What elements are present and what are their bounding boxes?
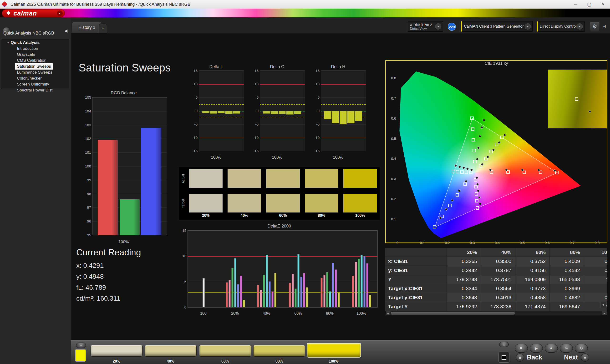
delta-bar	[225, 111, 232, 114]
collapse-sidebar-icon[interactable]: ◀	[64, 28, 67, 33]
deltae-bar	[321, 278, 323, 308]
sidebar-item-spectral-power-dist-[interactable]: Spectral Power Dist.	[15, 87, 55, 93]
back-button[interactable]: « Back	[516, 352, 542, 363]
sidebar-item-colorchecker[interactable]: ColorChecker	[15, 76, 43, 81]
sidebar-item-cms-calibration[interactable]: CMS Calibration	[15, 58, 48, 63]
reference-line	[260, 138, 305, 138]
pattern-window-button[interactable]	[498, 352, 509, 363]
pattern-generator-dropdown[interactable]: CalMAN Client 3 Pattern Generator ▼	[461, 21, 532, 32]
pattern-button-20%[interactable]	[91, 345, 143, 357]
reference-line	[321, 84, 366, 85]
y-axis-tick: -5	[188, 122, 197, 126]
display-control-dropdown[interactable]: Direct Display Control ▼	[537, 21, 584, 32]
sidebar-item-saturation-sweeps[interactable]: Saturation Sweeps	[15, 64, 52, 69]
deltae-bar	[358, 259, 360, 307]
meter-dropdown[interactable]: X-Rite i1Pro 2 Direct View ▼	[408, 21, 443, 32]
table-header-cell	[385, 248, 447, 257]
next-button[interactable]: Next »	[564, 352, 589, 363]
add-tab-button[interactable]: +	[99, 24, 107, 33]
reference-line	[260, 104, 305, 104]
scrollbar-thumb[interactable]	[391, 312, 515, 315]
play-button[interactable]: ▶	[530, 344, 543, 352]
y-axis-tick: 15	[311, 69, 320, 73]
minimize-button[interactable]: –	[569, 0, 582, 9]
target-marker	[469, 170, 472, 174]
table-cell: 0.3564	[481, 284, 515, 293]
reading-y: y: 0.4948	[76, 273, 141, 280]
current-reading: Current Reading x: 0.4291 y: 0.4948 fL: …	[76, 247, 141, 302]
sidebar-item-introduction[interactable]: Introduction	[15, 46, 39, 52]
titlebar: Calman 2025 Calman Ultimate for Business…	[0, 0, 610, 9]
y-axis-tick: 0.5	[387, 136, 396, 141]
table-cell: 171.4374	[515, 302, 550, 311]
y-axis-tick: 0	[188, 109, 197, 113]
scroll-left-button[interactable]: ◀	[386, 311, 390, 315]
y-axis-tick: 105	[82, 95, 91, 99]
link-button[interactable]: ∞	[560, 344, 573, 352]
meter-mode: Direct View	[410, 27, 432, 30]
x-axis-label: 100%	[187, 155, 246, 160]
table-cell: 0.3500	[481, 257, 515, 266]
record-button[interactable]: ●	[545, 344, 558, 352]
maximize-button[interactable]: ▢	[582, 0, 596, 9]
measurement-marker	[479, 135, 481, 137]
pattern-button-80%[interactable]	[253, 345, 305, 357]
y-axis-tick: 0.3	[387, 177, 396, 181]
measurement-marker	[458, 166, 461, 168]
delta-bar	[263, 111, 270, 114]
gridline	[92, 97, 167, 98]
pattern-button-label: 40%	[145, 359, 196, 364]
collapse-panel-icon[interactable]: ◀	[603, 24, 606, 28]
tree-root-label: Quick Analysis	[11, 40, 39, 45]
y-axis-tick: 10	[311, 82, 320, 86]
table-cell: 0.4	[584, 284, 607, 293]
y-axis-tick: 99	[82, 178, 91, 182]
target-marker	[473, 160, 477, 163]
measurement-marker	[470, 169, 473, 171]
workflow-tree: ▾ Quick Analysis IntroductionGrayscaleCM…	[1, 39, 69, 89]
measurement-marker	[463, 167, 465, 169]
target-marker	[474, 185, 478, 188]
table-row: Target Y176.9292173.8236171.4374169.5647…	[385, 302, 607, 311]
y-axis-tick: -15	[249, 149, 259, 153]
deltae-bar	[323, 275, 325, 307]
tree-root-quick-analysis[interactable]: ▾ Quick Analysis	[1, 39, 69, 46]
deltae-bar	[260, 290, 262, 307]
close-button[interactable]: ×	[596, 0, 610, 9]
refresh-button[interactable]: ↻	[575, 344, 588, 352]
deltae-bar	[366, 263, 368, 307]
actual-swatch	[343, 169, 377, 188]
transport-collapse-button[interactable]: ▲	[499, 342, 509, 347]
tab-history-1[interactable]: History 1	[72, 22, 102, 33]
x-axis-tick: 0.7	[567, 241, 577, 245]
reference-line	[188, 292, 377, 293]
table-row-label: x: CIE31	[385, 257, 447, 266]
pattern-collapse-button[interactable]: ▲	[76, 343, 86, 348]
measurement-marker	[489, 169, 492, 171]
table-cell: 0.3648	[447, 293, 481, 302]
y-axis-tick: 5	[188, 95, 197, 99]
meter-name: X-Rite i1Pro 2	[410, 23, 432, 27]
page-title: Saturation Sweeps	[79, 61, 171, 74]
pattern-button-60%[interactable]	[199, 345, 251, 357]
y-axis-tick: 96	[82, 219, 91, 223]
sidebar-item-grayscale[interactable]: Grayscale	[15, 52, 37, 57]
scroll-right-button[interactable]: ▶	[602, 311, 607, 315]
target-marker	[472, 138, 475, 142]
pattern-button-40%[interactable]	[145, 345, 196, 357]
pattern-button-100%[interactable]	[307, 343, 361, 358]
saturation-swatch-grid: ActualTarget20%40%60%80%100%	[179, 167, 380, 220]
table-cell: 160	[584, 275, 607, 284]
delta-bar	[286, 111, 293, 115]
active-pattern-swatch[interactable]	[75, 349, 86, 362]
settings-gear-button[interactable]: ⚙	[590, 22, 600, 31]
table-horizontal-scrollbar[interactable]: ◀ ▶	[385, 311, 607, 315]
app-window: Calman 2025 Calman Ultimate for Business…	[0, 0, 610, 364]
sidebar-item-luminance-sweeps[interactable]: Luminance Sweeps	[15, 70, 54, 75]
sidebar-item-screen-uniformity[interactable]: Screen Uniformity	[15, 81, 51, 87]
pattern-bar: ▲ 20%40%60%80%100% ▲ ■▶●∞↻ « Back Next »	[71, 340, 610, 364]
calman-menu-button[interactable]: ∗ calman ▼	[2, 9, 65, 17]
deltae-bar	[300, 277, 302, 307]
stop-button[interactable]: ■	[515, 344, 528, 352]
table-scroll-down-button[interactable]: ▼	[600, 302, 606, 308]
